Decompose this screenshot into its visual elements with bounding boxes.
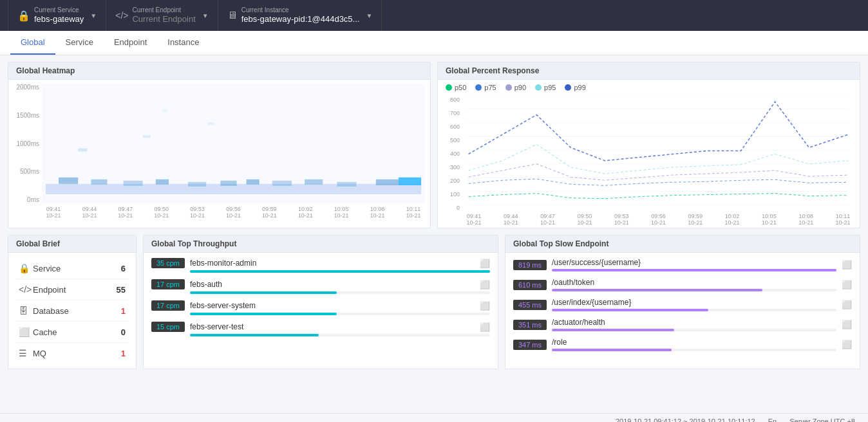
legend-p95: p95	[535, 84, 556, 91]
slow-progress-fill-0	[552, 269, 836, 271]
y-label: 1500ms	[16, 112, 39, 119]
svg-rect-2	[91, 179, 107, 185]
throughput-item-1: 17 cpm febs-auth ⬜	[151, 279, 490, 294]
heatmap-svg-area	[42, 84, 425, 203]
global-heatmap-card: Global Heatmap 2000ms 1500ms 1000ms 500m…	[8, 62, 431, 228]
throughput-row-3: 15 cpm febs-server-test ⬜	[151, 322, 490, 332]
svg-rect-1	[59, 178, 78, 184]
copy-icon-slow-0[interactable]: ⬜	[842, 260, 852, 270]
topbar-service-label: Current Service	[34, 6, 84, 14]
copy-icon-slow-4[interactable]: ⬜	[842, 340, 852, 349]
legend-label-p90: p90	[514, 84, 526, 91]
x-label: 10:0510-21	[330, 206, 353, 219]
y-label: 100	[450, 191, 460, 197]
global-top-slow-endpoint-title: Global Top Slow Endpoint	[505, 235, 860, 253]
slow-progress-bg-3	[552, 329, 836, 331]
copy-icon-slow-1[interactable]: ⬜	[842, 280, 852, 289]
topbar-service[interactable]: 🔒 Current Service febs-gateway ▼	[8, 0, 106, 31]
progress-bar-bg-0	[190, 270, 490, 273]
copy-icon-2[interactable]: ⬜	[480, 301, 490, 311]
throughput-name-3: febs-server-test	[190, 322, 475, 331]
legend-dot-p50	[446, 84, 452, 91]
throughput-item-2: 17 cpm febs-server-system ⬜	[151, 300, 490, 315]
copy-icon-0[interactable]: ⬜	[480, 259, 490, 268]
y-label: 300	[450, 164, 460, 170]
heatmap-x-labels: 09:4110-21 09:4410-21 09:4710-21 09:5010…	[42, 203, 425, 219]
copy-icon-1[interactable]: ⬜	[480, 280, 490, 289]
slow-progress-fill-2	[552, 309, 708, 311]
svg-rect-12	[399, 178, 421, 185]
global-brief-card: Global Brief 🔒 Service 6 </> Endpoint 55…	[8, 235, 137, 369]
chevron-down-icon: ▼	[90, 12, 97, 19]
brief-count-mq: 1	[121, 349, 126, 358]
svg-rect-16	[162, 109, 167, 111]
topbar-endpoint-label: Current Endpoint	[132, 6, 195, 14]
percent-chart-area: 800 700 600 500 400 300 200 100 0	[443, 95, 854, 224]
chevron-down-icon3: ▼	[366, 12, 372, 19]
cpm-badge-1: 17 cpm	[151, 279, 185, 289]
topbar-instance[interactable]: 🖥 Current Instance febs-gateway-pid:1@44…	[218, 0, 382, 31]
nav-tab-service[interactable]: Service	[55, 31, 104, 55]
legend-dot-p99	[565, 84, 571, 91]
code-icon: </>	[19, 284, 33, 295]
throughput-row-0: 35 cpm febs-monitor-admin ⬜	[151, 258, 490, 268]
y-label: 500	[450, 137, 460, 143]
global-top-slow-endpoint-card: Global Top Slow Endpoint 819 ms /user/su…	[505, 235, 860, 369]
cpm-badge-2: 17 cpm	[151, 300, 185, 311]
slow-item-4: 347 ms /role ⬜	[513, 338, 852, 351]
svg-rect-14	[143, 135, 151, 138]
progress-bar-fill-0	[190, 270, 490, 273]
database-icon: 🗄	[19, 306, 33, 316]
legend-p99: p99	[565, 84, 585, 91]
x-label: 09:4410-21	[78, 206, 101, 219]
y-label: 0ms	[27, 196, 39, 203]
legend-dot-p75	[475, 84, 482, 91]
slow-progress-bg-2	[552, 309, 836, 311]
brief-label-cache: Cache	[33, 327, 121, 337]
global-brief-body: 🔒 Service 6 </> Endpoint 55 🗄 Database 1…	[8, 253, 136, 369]
svg-rect-7	[247, 179, 259, 185]
heatmap-chart-area: 2000ms 1500ms 1000ms 500ms 0ms	[14, 84, 425, 219]
slow-item-3: 351 ms /actuator/health ⬜	[513, 318, 852, 331]
y-label: 800	[450, 96, 460, 103]
global-brief-title: Global Brief	[8, 235, 136, 253]
code-icon: </>	[115, 10, 128, 21]
slow-progress-fill-1	[552, 289, 762, 291]
slow-item-2: 455 ms /user/index/{username} ⬜	[513, 298, 852, 311]
topbar-endpoint[interactable]: </> Current Endpoint Current Endpoint ▼	[106, 0, 218, 31]
copy-icon-slow-2[interactable]: ⬜	[842, 300, 852, 309]
throughput-name-2: febs-server-system	[190, 301, 475, 310]
progress-bar-fill-2	[190, 313, 337, 315]
cache-icon: ⬜	[19, 327, 33, 337]
legend-label-p75: p75	[484, 84, 496, 91]
global-percent-response-card: Global Percent Response p50 p75 p90 p95	[437, 62, 860, 228]
percent-x-labels: 09:4110-21 09:4410-21 09:4710-21 09:5010…	[462, 213, 854, 226]
brief-item-endpoint: </> Endpoint 55	[16, 279, 128, 300]
slow-endpoint-name-2: /user/index/{username}	[552, 298, 836, 307]
global-top-throughput-card: Global Top Throughput 35 cpm febs-monito…	[143, 235, 498, 369]
server-zone: Server Zone UTC +8	[789, 417, 855, 422]
x-label: 10:0210-21	[294, 206, 317, 219]
copy-icon-3[interactable]: ⬜	[480, 322, 490, 332]
slow-progress-fill-3	[552, 329, 674, 331]
x-label: 10:0210-21	[721, 213, 744, 226]
nav-tab-instance[interactable]: Instance	[157, 31, 209, 55]
nav-tab-endpoint[interactable]: Endpoint	[104, 31, 157, 55]
x-label: 09:5610-21	[646, 213, 670, 226]
copy-icon-slow-3[interactable]: ⬜	[842, 320, 852, 329]
nav-tab-global[interactable]: Global	[10, 31, 55, 55]
brief-item-service: 🔒 Service 6	[16, 258, 128, 279]
throughput-name-0: febs-monitor-admin	[190, 259, 475, 268]
ms-badge-4: 347 ms	[513, 340, 547, 350]
bottom-row: Global Brief 🔒 Service 6 </> Endpoint 55…	[8, 235, 860, 369]
x-label: 09:5010-21	[150, 206, 173, 219]
brief-label-mq: MQ	[33, 349, 121, 358]
top-bar: 🔒 Current Service febs-gateway ▼ </> Cur…	[0, 0, 868, 31]
svg-rect-10	[337, 182, 356, 187]
slow-progress-bg-4	[552, 349, 836, 351]
slow-progress-bg-1	[552, 289, 836, 291]
brief-label-service: Service	[33, 264, 121, 273]
y-label: 200	[450, 178, 460, 184]
ms-badge-3: 351 ms	[513, 320, 547, 330]
cpm-badge-0: 35 cpm	[151, 258, 185, 268]
